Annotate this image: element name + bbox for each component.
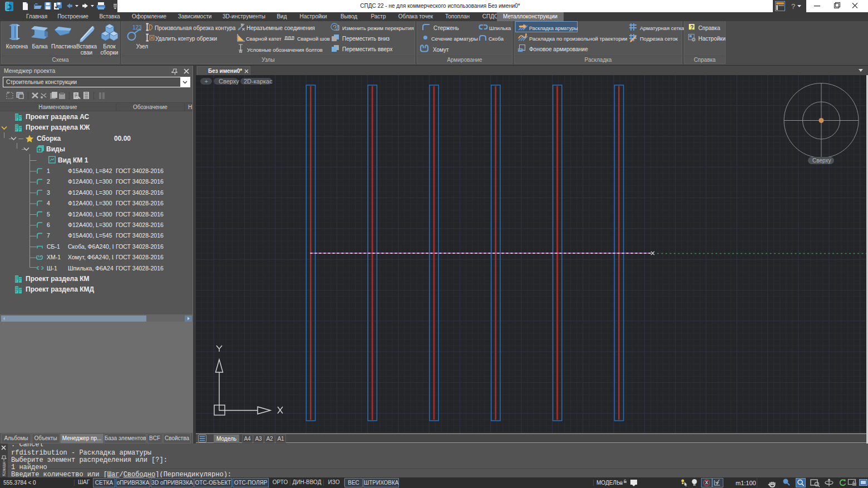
svg-text:Коман: Коман	[1, 462, 7, 476]
svg-text:+: +	[205, 78, 208, 85]
svg-text:?: ?	[791, 2, 795, 11]
svg-text:?: ?	[691, 24, 694, 31]
svg-text:Сверху: Сверху	[219, 78, 239, 85]
svg-text:2D-каркас: 2D-каркас	[244, 78, 273, 85]
svg-text:Сверху: Сверху	[812, 157, 831, 164]
svg-text:m1:100: m1:100	[736, 480, 756, 486]
